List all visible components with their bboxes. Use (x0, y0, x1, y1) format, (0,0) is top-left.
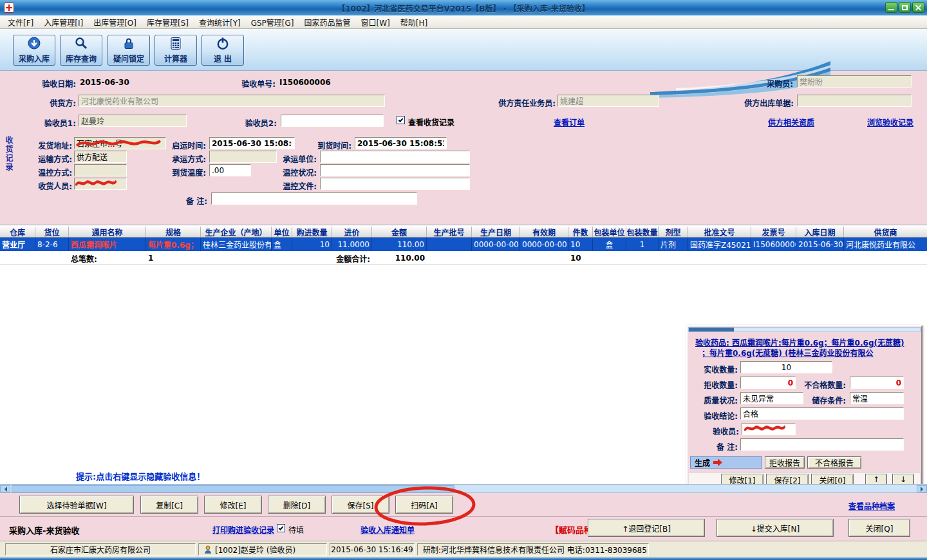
quality-status-input[interactable] (740, 392, 803, 404)
column-header[interactable]: 购进数量 (292, 227, 332, 238)
return-register-button[interactable]: ↑退回登记[B] (588, 519, 705, 537)
column-header[interactable]: 包装单位 (593, 227, 626, 238)
temp-control-mode-input[interactable] (74, 164, 127, 176)
supplier-doc-input[interactable] (797, 95, 912, 107)
calculator-button[interactable]: 计算器 (154, 35, 197, 66)
column-header[interactable]: 生产日期 (472, 227, 520, 238)
hint-text: 提示:点击右键显示隐藏验收信息！ (76, 470, 205, 482)
menu-window[interactable]: 窗口[W] (356, 15, 395, 29)
scan-button[interactable]: 扫码[A] (395, 496, 453, 514)
panel-inspector-input[interactable] (742, 423, 796, 435)
select-pending-button[interactable]: 选择待验单据[W] (19, 496, 134, 514)
menu-help[interactable]: 帮助[H] (395, 15, 433, 29)
reject-report-button[interactable]: 拒收报告 (765, 456, 805, 469)
pending-checkbox[interactable] (277, 524, 285, 532)
column-header[interactable]: 剂型 (659, 227, 688, 238)
table-cell: 110.00 (372, 238, 427, 251)
depart-time-input[interactable] (209, 137, 295, 149)
totals-count-label: 总笔数: (69, 252, 146, 265)
ship-address-input[interactable] (74, 137, 166, 149)
panel-remark-input[interactable] (740, 438, 904, 451)
column-header[interactable]: 单位 (272, 227, 292, 238)
close-form-button[interactable]: 关闭[Q] (848, 519, 910, 537)
red-arrow-icon (713, 458, 723, 467)
submit-inbound-button[interactable]: ↓提交入库[N] (716, 519, 834, 537)
menu-inventory[interactable]: 库存管理[S] (142, 15, 194, 29)
column-header[interactable]: 货位 (35, 227, 69, 238)
table-row-selected[interactable]: 营业厅 8-2-6 西瓜霜润喉片 每片重0.6g； 桂林三金药业股份有限公 盒 … (0, 238, 927, 251)
rejected-qty-input[interactable] (740, 377, 796, 389)
view-order-link[interactable]: 查看订单 (554, 117, 585, 127)
menu-gsp[interactable]: GSP管理[G] (246, 15, 299, 29)
column-header[interactable]: 仓库 (0, 227, 35, 238)
buyer-input[interactable] (797, 75, 912, 88)
storage-condition-input[interactable] (850, 392, 904, 404)
view-archive-link[interactable]: 查看品种档案 (848, 500, 895, 511)
supplier-input[interactable] (79, 95, 385, 107)
question-lock-button[interactable]: 疑问锁定 (108, 35, 150, 66)
column-header[interactable]: 生产批号 (427, 227, 472, 238)
inventory-search-button[interactable]: 库存查询 (60, 35, 102, 66)
modify-button[interactable]: 修改[E] (204, 496, 262, 514)
arrival-time-input[interactable] (355, 137, 447, 149)
column-header[interactable]: 进价 (332, 227, 372, 238)
generate-button[interactable]: 生成 (690, 456, 762, 469)
carrier-unit-input[interactable] (320, 151, 470, 163)
receiver-input[interactable] (74, 178, 127, 190)
temp-condition-input[interactable] (320, 164, 470, 176)
totals-pieces: 10 (568, 252, 593, 265)
bottom-edge-strip (0, 557, 927, 560)
column-header[interactable]: 包装数量 (626, 227, 659, 238)
menu-drug-regulation[interactable]: 国家药品监管 (299, 15, 356, 29)
column-header[interactable]: 生产企业（产地） (201, 227, 272, 238)
menu-query[interactable]: 查询统计[Y] (194, 15, 246, 29)
purchase-inbound-button[interactable]: 采购入库 (13, 35, 55, 66)
inspector2-input[interactable] (281, 115, 384, 127)
column-header[interactable]: 件数 (568, 227, 593, 238)
conclusion-input[interactable] (740, 407, 904, 420)
save-button[interactable]: 保存[S] (332, 496, 389, 514)
arrival-temp-input[interactable] (209, 164, 251, 176)
scroll-left-button[interactable] (0, 485, 10, 492)
received-qty-input[interactable] (740, 361, 832, 373)
menu-inbound[interactable]: 入库管理[I] (39, 15, 88, 29)
view-receipt-checkbox[interactable] (397, 116, 405, 124)
column-header[interactable]: 发票号 (751, 227, 796, 238)
column-header[interactable]: 批准文号 (688, 227, 751, 238)
supplier-qualifications-link[interactable]: 供方相关资质 (768, 117, 814, 127)
copy-button[interactable]: 复制[C] (140, 496, 198, 514)
column-header[interactable]: 有效期 (520, 227, 568, 238)
window-title: 【1002】河北省医药交易平台V2015【B版】 - 【采购入库-来货验收】 (0, 3, 927, 14)
scroll-right-button[interactable] (917, 485, 927, 492)
toolbar-button-label: 计算器 (164, 53, 187, 64)
minimize-button[interactable] (885, 2, 897, 13)
close-button[interactable] (912, 2, 924, 13)
panel-scrollbar[interactable] (688, 327, 921, 332)
column-header[interactable]: 金额 (372, 227, 427, 238)
browse-acceptance-records-link[interactable]: 浏览验收记录 (867, 117, 913, 127)
column-header[interactable]: 入库日期 (796, 227, 844, 238)
menu-file[interactable]: 文件[F] (3, 15, 39, 29)
table-header-row: 仓库 货位 通用名称 规格 生产企业（产地） 单位 购进数量 进价 金额 生产批… (0, 227, 927, 238)
toolbar: 采购入库 库存查询 疑问锁定 计算器 退 出 (0, 29, 927, 71)
unqualified-report-button[interactable]: 不合格报告 (807, 456, 861, 469)
print-acceptance-record-link[interactable]: 打印购进验收记录 (212, 524, 274, 535)
inspector1-input[interactable] (79, 115, 187, 127)
column-header[interactable]: 供货商 (844, 227, 927, 238)
temp-file-input[interactable] (320, 178, 470, 190)
panel-scrollbar-thumb[interactable] (689, 328, 734, 331)
acceptance-inbound-notice-link[interactable]: 验收入库通知单 (360, 524, 415, 535)
supplier-rep-input[interactable] (557, 95, 659, 107)
maximize-button[interactable] (899, 2, 911, 13)
horizontal-scrollbar[interactable] (0, 484, 927, 493)
scrollbar-thumb[interactable] (12, 485, 454, 492)
transport-mode-input[interactable] (74, 151, 127, 163)
column-header[interactable]: 通用名称 (69, 227, 146, 238)
column-header[interactable]: 规格 (146, 227, 201, 238)
carrier-mode-input[interactable] (209, 151, 277, 163)
unqualified-qty-input[interactable] (850, 377, 904, 389)
menu-outbound[interactable]: 出库管理[O] (88, 15, 142, 29)
receipt-remark-input[interactable] (211, 192, 417, 205)
exit-button[interactable]: 退 出 (201, 35, 244, 66)
delete-button[interactable]: 删除[D] (268, 496, 326, 514)
